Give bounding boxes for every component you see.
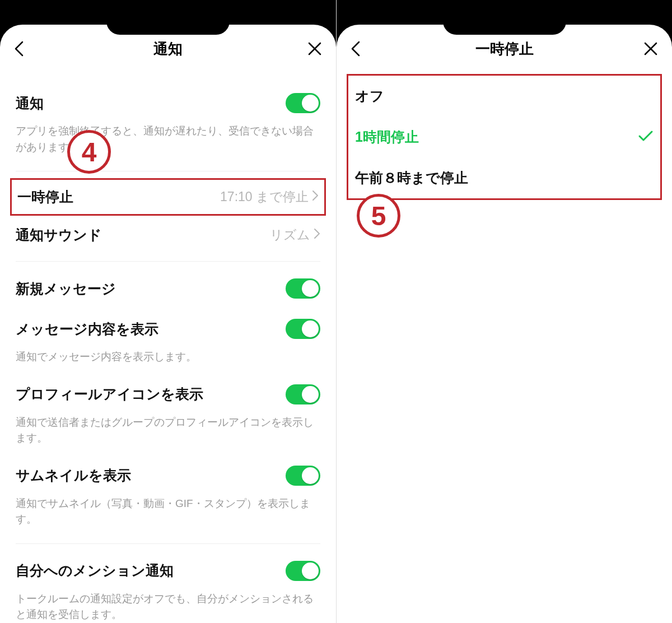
row-label: サムネイルを表示 <box>16 466 131 485</box>
chevron-right-icon <box>312 189 319 204</box>
row-description: アプリを強制終了すると、通知が遅れたり、受信できない場合があります。 <box>0 123 336 164</box>
close-icon[interactable] <box>643 41 659 57</box>
row-description: 通知で送信者またはグループのプロフィールアイコンを表示します。 <box>0 415 336 455</box>
divider <box>16 543 320 544</box>
close-icon[interactable] <box>307 41 323 57</box>
row-label: 通知サウンド <box>16 226 102 244</box>
toggle-new-message[interactable] <box>286 278 320 299</box>
row-show-profile: プロフィールアイコンを表示 <box>0 374 336 415</box>
row-label: 一時停止 <box>17 188 73 206</box>
option-until-8am[interactable]: 午前８時まで停止 <box>348 157 660 198</box>
row-label: メッセージ内容を表示 <box>16 320 158 338</box>
phone-screen-left: 通知 通知 アプリを強制終了すると、通知が遅れたり、受信できない場合があります。… <box>0 0 336 623</box>
option-one-hour[interactable]: 1時間停止 <box>348 117 660 157</box>
row-show-content: メッセージ内容を表示 <box>0 309 336 349</box>
row-label: 通知 <box>16 94 44 113</box>
back-icon[interactable] <box>13 40 26 57</box>
option-off[interactable]: オフ <box>348 76 660 117</box>
toggle-notifications[interactable] <box>286 93 320 113</box>
option-label: 1時間停止 <box>355 128 419 146</box>
row-label: 新規メッセージ <box>16 280 116 298</box>
callout-badge-5: 5 <box>357 194 400 238</box>
row-pause[interactable]: 一時停止 17:10 まで停止 <box>12 180 324 214</box>
check-icon <box>638 130 654 145</box>
header: 一時停止 <box>337 25 672 67</box>
chevron-right-icon <box>314 227 320 243</box>
callout-badge-4: 4 <box>67 130 111 174</box>
phone-screen-right: 一時停止 オフ 1時間停止 午前８時まで停止 5 <box>336 0 672 623</box>
row-value: リズム <box>270 226 320 244</box>
toggle-mention[interactable] <box>286 561 320 581</box>
status-bar <box>337 0 672 25</box>
back-icon[interactable] <box>350 40 362 57</box>
row-label: 自分へのメンション通知 <box>16 561 174 580</box>
divider <box>16 261 320 262</box>
row-new-message: 新規メッセージ <box>0 268 336 309</box>
highlight-box-options: オフ 1時間停止 午前８時まで停止 <box>347 74 662 200</box>
toggle-show-thumb[interactable] <box>286 466 320 486</box>
header: 通知 <box>0 25 336 67</box>
row-description: トークルームの通知設定がオフでも、自分がメンションされると通知を受信します。 <box>0 591 336 624</box>
row-show-thumb: サムネイルを表示 <box>0 455 336 496</box>
row-value: 17:10 まで停止 <box>220 188 319 206</box>
row-label: プロフィールアイコンを表示 <box>16 385 203 403</box>
status-bar <box>0 0 336 25</box>
toggle-show-content[interactable] <box>286 319 320 339</box>
page-title: 一時停止 <box>475 39 534 59</box>
row-sound[interactable]: 通知サウンド リズム <box>0 216 336 254</box>
row-notifications: 通知 <box>0 83 336 123</box>
highlight-box-pause: 一時停止 17:10 まで停止 <box>10 178 326 216</box>
divider <box>16 171 320 171</box>
option-label: 午前８時まで停止 <box>355 169 468 187</box>
row-mention: 自分へのメンション通知 <box>0 551 336 591</box>
toggle-show-profile[interactable] <box>286 384 320 405</box>
page-title: 通知 <box>153 39 183 59</box>
option-label: オフ <box>355 87 384 105</box>
row-description: 通知でメッセージ内容を表示します。 <box>0 349 336 374</box>
row-description: 通知でサムネイル（写真・動画・GIF・スタンプ）を表示します。 <box>0 496 336 537</box>
